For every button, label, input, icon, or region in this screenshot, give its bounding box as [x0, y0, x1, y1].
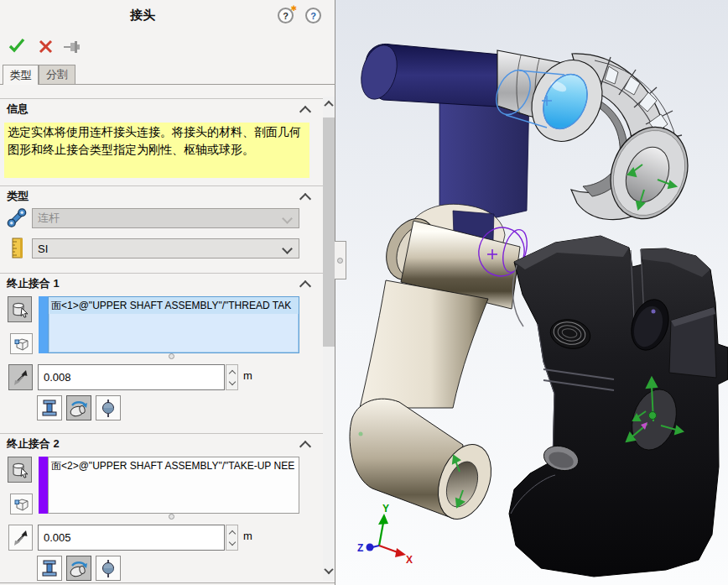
spinner-down-icon[interactable] — [229, 379, 236, 385]
3d-scene[interactable]: Y X Z — [335, 0, 728, 585]
spherical-joint-button[interactable] — [96, 556, 121, 581]
help-button[interactable]: ? — [305, 8, 321, 24]
spherical-joint-icon — [98, 398, 118, 418]
vertex-cube-icon — [13, 496, 30, 513]
length-spinner-2[interactable] — [226, 525, 238, 551]
collapse-chevron-icon[interactable] — [299, 193, 311, 205]
diagonal-arrows-icon — [12, 368, 30, 387]
unit-label: m — [243, 530, 252, 542]
section-end2-header: 终止接合 2 — [7, 436, 60, 452]
connector-type-select: 连杆 — [32, 208, 299, 228]
length-direction-button[interactable] — [8, 525, 33, 551]
link-icon — [7, 207, 27, 227]
pin-icon — [63, 40, 81, 54]
pivot-joint-icon — [69, 558, 89, 578]
spinner-up-icon[interactable] — [229, 530, 236, 537]
selection-list-1[interactable]: 面<1>@"UPPER SHAFT ASSEMBLY"/"THREAD TAK — [48, 296, 299, 353]
rigid-joint-button[interactable] — [37, 556, 62, 581]
panel-scrollbar[interactable] — [323, 97, 335, 581]
rigid-joint-button[interactable] — [37, 395, 62, 420]
length-direction-button[interactable] — [8, 364, 33, 390]
x-axis-label: X — [406, 554, 413, 566]
cylinder-face-icon — [11, 461, 29, 479]
page-title: 接头 — [25, 8, 260, 24]
ok-button[interactable] — [7, 35, 27, 55]
check-icon — [8, 37, 26, 54]
selection-color-bar-1 — [39, 296, 48, 353]
handle-dot-icon — [337, 258, 343, 264]
section-info: 信息 选定实体将使用连杆接头连接。将接头的材料、剖面几何图形和终止接合类型指定为… — [0, 98, 323, 185]
selection-item[interactable]: 面<2>@"UPPER SHAFT ASSEMBLY"/"TAKE-UP NEE — [49, 457, 299, 474]
tab-type[interactable]: 类型 — [3, 65, 39, 85]
chevron-down-icon — [282, 213, 293, 224]
spherical-joint-button[interactable] — [96, 395, 121, 420]
panel-bottom-border — [0, 582, 335, 583]
list-resize-grip[interactable] — [169, 514, 174, 520]
scrollbar-thumb[interactable] — [323, 118, 335, 347]
length-input-2[interactable] — [38, 525, 225, 551]
section-info-header: 信息 — [7, 102, 29, 117]
cancel-button[interactable] — [35, 36, 55, 56]
unit-label: m — [243, 369, 252, 382]
section-end-joint-1: 终止接合 1 面<1>@"UPPER SHAFT ASSEMBLY"/"THRE… — [0, 273, 323, 433]
rigid-joint-icon — [39, 558, 60, 578]
selection-item[interactable]: 面<1>@"UPPER SHAFT ASSEMBLY"/"THREAD TAK — [49, 297, 299, 314]
tab-split[interactable]: 分割 — [39, 65, 75, 85]
panel-collapse-handle[interactable] — [335, 241, 346, 279]
list-resize-grip[interactable] — [169, 353, 174, 359]
graphics-viewport[interactable]: Y X Z — [335, 0, 728, 585]
spherical-joint-icon — [98, 558, 118, 578]
new-star-icon: ✱ — [290, 4, 297, 13]
rigid-joint-icon — [39, 398, 60, 418]
z-axis-ball — [367, 544, 374, 551]
property-manager-panel: 接头 ? ✱ ? 类型 分割 — [0, 0, 335, 585]
section-end-joint-2: 终止接合 2 面<2>@"UPPER SHAFT ASSEMBLY"/"TAKE… — [0, 433, 323, 583]
info-message: 选定实体将使用连杆接头连接。将接头的材料、剖面几何图形和终止接合类型指定为刚性、… — [4, 123, 309, 178]
chevron-up-icon — [324, 101, 333, 110]
selection-color-bar-2 — [39, 457, 48, 514]
section-end1-header: 终止接合 1 — [7, 276, 60, 291]
pin-button[interactable] — [62, 37, 82, 57]
length-spinner-1[interactable] — [226, 364, 238, 390]
spinner-up-icon[interactable] — [229, 370, 236, 377]
collapse-chevron-icon[interactable] — [299, 441, 311, 452]
tab-divider — [0, 84, 335, 85]
x-icon — [39, 39, 53, 54]
z-axis-label: Z — [357, 542, 363, 554]
pivot-joint-button[interactable] — [66, 395, 91, 420]
scroll-down-button[interactable] — [323, 563, 335, 578]
chevron-down-icon — [282, 243, 293, 254]
selection-list-2[interactable]: 面<2>@"UPPER SHAFT ASSEMBLY"/"TAKE-UP NEE — [48, 457, 299, 514]
chevron-down-icon — [324, 565, 333, 574]
section-type-header: 类型 — [7, 189, 29, 204]
spinner-down-icon[interactable] — [229, 539, 236, 546]
vertex-cube-icon — [13, 336, 30, 353]
select-face-button[interactable] — [8, 296, 32, 322]
solidworks-window: 接头 ? ✱ ? 类型 分割 — [0, 0, 728, 585]
units-select[interactable]: SI — [32, 238, 299, 259]
collapse-chevron-icon[interactable] — [299, 106, 311, 118]
ruler-icon — [9, 237, 26, 259]
pivot-joint-icon — [69, 398, 89, 418]
length-input-1[interactable] — [38, 364, 225, 390]
whats-new-help-button[interactable]: ? ✱ — [278, 8, 294, 24]
scroll-up-button[interactable] — [323, 97, 335, 112]
select-vertex-button[interactable] — [10, 333, 33, 354]
cylinder-face-icon — [11, 300, 29, 319]
diagonal-arrows-icon — [12, 529, 30, 547]
section-type: 类型 连杆 — [0, 185, 323, 273]
select-face-button[interactable] — [8, 457, 32, 483]
pivot-joint-button[interactable] — [66, 556, 91, 581]
collapse-chevron-icon[interactable] — [299, 280, 311, 292]
select-vertex-button[interactable] — [10, 494, 33, 514]
y-axis-label: Y — [382, 503, 389, 514]
